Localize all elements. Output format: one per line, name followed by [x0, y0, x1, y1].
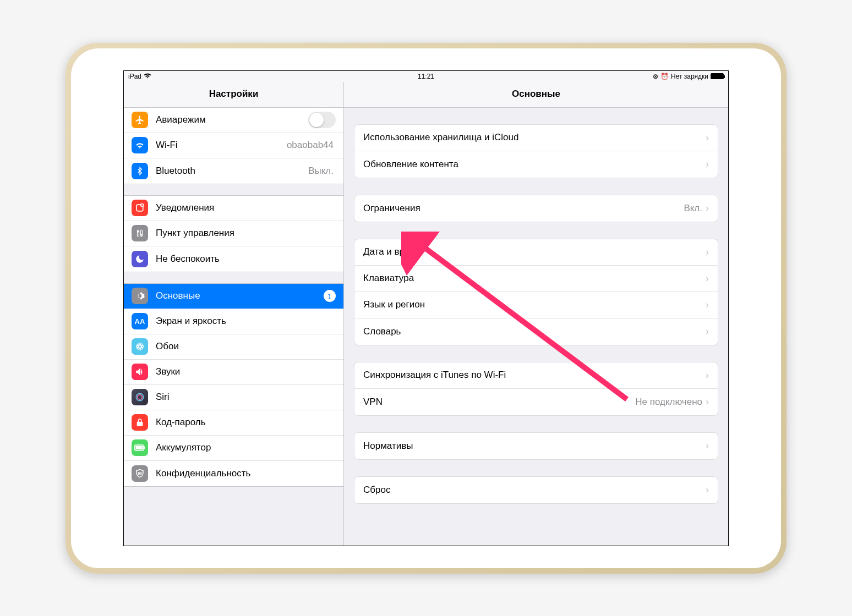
detail-row-value: Вкл.: [684, 203, 702, 214]
chevron-right-icon: ›: [706, 396, 709, 408]
detail-row-label: Ограничения: [363, 203, 684, 214]
sidebar-item-privacy[interactable]: Конфиденциальность: [124, 461, 343, 486]
detail-row-reset[interactable]: Сброс›: [354, 477, 718, 503]
sidebar-item-label: Звуки: [156, 366, 336, 377]
general-icon: [132, 288, 148, 304]
svg-rect-19: [136, 446, 143, 450]
svg-point-11: [137, 344, 139, 345]
sidebar-item-wallpaper[interactable]: Обои: [124, 334, 343, 360]
sidebar-item-detail: obaobab44: [287, 140, 334, 151]
sidebar-item-label: Основные: [156, 290, 324, 301]
sidebar-title: Настройки: [124, 82, 343, 108]
orientation-lock-icon: ⊗: [653, 73, 658, 80]
detail-row-label: Язык и регион: [363, 299, 706, 310]
control-center-icon: [132, 225, 148, 241]
svg-point-13: [137, 348, 139, 349]
siri-icon: [132, 389, 148, 405]
clock: 11:21: [327, 73, 526, 80]
battery-icon: [711, 73, 724, 79]
device-label: iPad: [128, 73, 141, 80]
detail-row-refresh[interactable]: Обновление контента›: [354, 151, 718, 178]
sidebar-item-badge: 1: [324, 290, 336, 302]
chevron-right-icon: ›: [706, 299, 709, 311]
privacy-icon: [132, 465, 148, 482]
sidebar-item-general[interactable]: Основные1: [124, 284, 343, 309]
detail-row-label: Дата и время: [363, 246, 706, 257]
sidebar-item-detail: Выкл.: [308, 166, 334, 177]
battery-text: Нет зарядки: [671, 73, 708, 80]
detail-row-storage[interactable]: Использование хранилища и iCloud›: [354, 125, 718, 151]
battery-icon: [132, 439, 148, 456]
sidebar-item-label: Wi-Fi: [156, 140, 287, 151]
alarm-icon: ⏰: [660, 73, 669, 80]
sidebar-item-passcode[interactable]: Код-пароль: [124, 410, 343, 436]
detail-row-keyboard[interactable]: Клавиатура›: [354, 266, 718, 292]
detail-row-label: Сброс: [363, 485, 706, 496]
chevron-right-icon: ›: [706, 326, 709, 337]
sidebar-item-label: Конфиденциальность: [156, 468, 336, 479]
sidebar-item-label: Не беспокоить: [156, 254, 336, 265]
sidebar-item-label: Bluetooth: [156, 166, 308, 177]
sidebar-item-sounds[interactable]: Звуки: [124, 360, 343, 385]
detail-row-language[interactable]: Язык и регион›: [354, 292, 718, 318]
passcode-icon: [132, 414, 148, 431]
svg-point-14: [141, 348, 143, 349]
chevron-right-icon: ›: [706, 158, 709, 170]
chevron-right-icon: ›: [706, 202, 709, 214]
sidebar-item-airplane[interactable]: Авиарежим: [124, 108, 343, 133]
sidebar-list[interactable]: АвиарежимWi-Fiobaobab44BluetoothВыкл.Уве…: [124, 108, 343, 546]
detail-list[interactable]: Использование хранилища и iCloud›Обновле…: [344, 108, 728, 546]
detail-row-itunes-wifi[interactable]: Синхронизация с iTunes по Wi-Fi›: [354, 362, 718, 389]
chevron-right-icon: ›: [706, 370, 709, 381]
wallpaper-icon: [132, 338, 148, 355]
sidebar-item-label: Обои: [156, 341, 336, 352]
sidebar-item-label: Код-пароль: [156, 417, 336, 428]
detail-row-datetime[interactable]: Дата и время›: [354, 239, 718, 266]
sidebar-item-bluetooth[interactable]: BluetoothВыкл.: [124, 158, 343, 184]
detail-row-label: Синхронизация с iTunes по Wi-Fi: [363, 370, 706, 381]
detail-row-dictionary[interactable]: Словарь›: [354, 318, 718, 345]
sidebar-item-wifi[interactable]: Wi-Fiobaobab44: [124, 133, 343, 158]
detail-row-label: Обновление контента: [363, 159, 706, 170]
svg-point-1: [141, 204, 144, 207]
sidebar-item-dnd[interactable]: Не беспокоить: [124, 246, 343, 272]
bluetooth-icon: [132, 163, 148, 179]
sidebar-item-siri[interactable]: Siri: [124, 385, 343, 410]
sidebar-item-display[interactable]: AAЭкран и яркость: [124, 309, 343, 334]
screen: iPad 11:21 ⊗ ⏰ Нет зарядки Настройки Ави…: [123, 70, 729, 546]
detail-row-vpn[interactable]: VPNНе подключено›: [354, 389, 718, 415]
detail-row-label: Использование хранилища и iCloud: [363, 132, 706, 143]
sidebar-item-label: Пункт управления: [156, 228, 336, 239]
chevron-right-icon: ›: [706, 273, 709, 284]
detail-row-value: Не подключено: [635, 397, 702, 408]
status-bar: iPad 11:21 ⊗ ⏰ Нет зарядки: [124, 71, 728, 82]
detail-row-regulatory[interactable]: Нормативы›: [354, 433, 718, 459]
sidebar-item-battery[interactable]: Аккумулятор: [124, 436, 343, 461]
sidebar-item-label: Siri: [156, 392, 336, 403]
chevron-right-icon: ›: [706, 484, 709, 496]
sidebar-item-notifications[interactable]: Уведомления: [124, 196, 343, 221]
chevron-right-icon: ›: [706, 132, 709, 144]
svg-point-16: [138, 395, 142, 399]
sidebar-item-control-center[interactable]: Пункт управления: [124, 221, 343, 246]
wifi-icon: [144, 73, 151, 80]
wifi-icon: [132, 137, 148, 153]
notifications-icon: [132, 200, 148, 216]
detail-row-label: Клавиатура: [363, 273, 706, 284]
detail-row-label: Словарь: [363, 326, 706, 337]
settings-sidebar: Настройки АвиарежимWi-Fiobaobab44Bluetoo…: [124, 82, 344, 546]
detail-title: Основные: [344, 82, 728, 108]
airplane-toggle[interactable]: [308, 112, 336, 128]
ipad-frame: iPad 11:21 ⊗ ⏰ Нет зарядки Настройки Ави…: [65, 43, 787, 574]
detail-row-label: VPN: [363, 397, 635, 408]
detail-pane: Основные Использование хранилища и iClou…: [344, 82, 728, 546]
airplane-icon: [132, 112, 148, 128]
detail-row-label: Нормативы: [363, 441, 706, 452]
svg-point-12: [141, 344, 143, 345]
sidebar-item-label: Аккумулятор: [156, 442, 336, 453]
sounds-icon: [132, 364, 148, 380]
sidebar-item-label: Экран и яркость: [156, 316, 336, 327]
display-icon: AA: [132, 313, 148, 329]
detail-row-restrictions[interactable]: ОграниченияВкл.›: [354, 195, 718, 222]
chevron-right-icon: ›: [706, 246, 709, 258]
